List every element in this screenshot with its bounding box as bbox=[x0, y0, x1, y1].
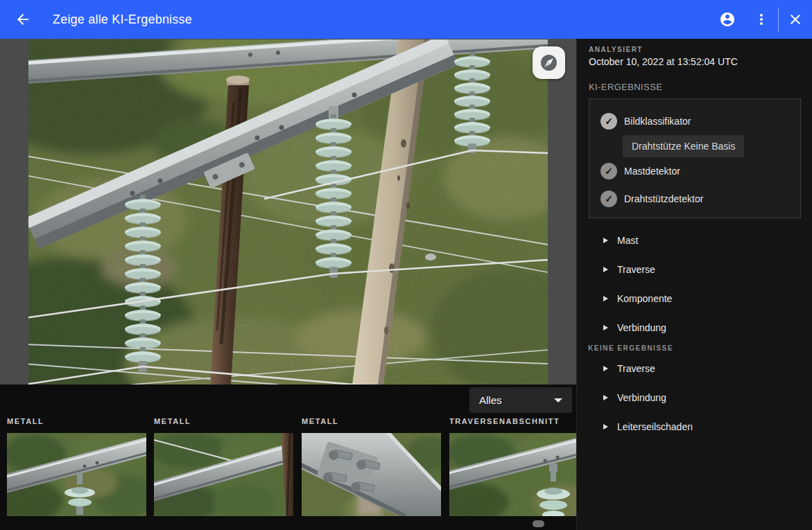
detector-row-mastdetektor: ✓ Mastdetektor bbox=[601, 163, 680, 179]
check-icon: ✓ bbox=[601, 113, 617, 130]
back-arrow-icon[interactable] bbox=[15, 11, 31, 28]
ki-results-header: KI-ERGEBNISSE bbox=[589, 82, 662, 92]
detector-label: Drahtstützdetektor bbox=[624, 193, 703, 204]
result-group-mast[interactable]: Mast bbox=[603, 233, 638, 247]
detector-label: Bildklassifikator bbox=[624, 116, 691, 127]
classification-chip[interactable]: Drahtstütze Keine Basis bbox=[623, 135, 744, 157]
analyzed-timestamp: October 10, 2022 at 13:52:04 UTC bbox=[589, 56, 738, 67]
expand-arrow-icon bbox=[603, 267, 608, 272]
expand-arrow-icon bbox=[603, 296, 608, 301]
detection-crop-image[interactable] bbox=[302, 433, 441, 516]
no-result-group-verbindung[interactable]: Verbindung bbox=[603, 391, 666, 405]
close-icon[interactable] bbox=[787, 11, 804, 28]
account-icon[interactable] bbox=[719, 11, 736, 28]
thumbnail-scrollbar[interactable] bbox=[533, 520, 544, 527]
more-options-icon[interactable] bbox=[753, 11, 770, 28]
expand-arrow-icon bbox=[603, 238, 608, 243]
top-app-bar: Zeige alle KI-Ergebnisse bbox=[0, 0, 812, 39]
detection-label: TRAVERSENABSCHNITT bbox=[449, 417, 576, 433]
result-group-verbindung[interactable]: Verbindung bbox=[603, 321, 666, 335]
check-icon: ✓ bbox=[601, 191, 617, 207]
result-group-komponente[interactable]: Komponente bbox=[603, 292, 672, 306]
detection-thumbnail: TRAVERSENABSCHNITT bbox=[449, 417, 576, 516]
filter-dropdown[interactable]: Alles bbox=[469, 387, 572, 413]
check-icon: ✓ bbox=[601, 163, 617, 179]
analyzed-header: ANALYSIERT bbox=[589, 46, 643, 53]
detection-thumbnail: METALL bbox=[7, 417, 146, 516]
detection-label: METALL bbox=[302, 417, 441, 433]
expand-arrow-icon bbox=[603, 395, 608, 400]
page-title: Zeige alle KI-Ergebnisse bbox=[53, 0, 192, 39]
detection-crop-image[interactable] bbox=[7, 433, 146, 516]
caret-down-icon bbox=[554, 398, 562, 403]
no-results-header: KEINE ERGEBNISSE bbox=[588, 344, 673, 352]
expand-arrow-icon bbox=[603, 366, 608, 371]
detector-label: Mastdetektor bbox=[624, 166, 680, 177]
detector-row-bildklassifikator: ✓ Bildklassifikator bbox=[601, 113, 691, 130]
ai-results-panel: ANALYSIERT October 10, 2022 at 13:52:04 … bbox=[576, 39, 812, 530]
toolbar-divider bbox=[778, 8, 779, 31]
detection-label: METALL bbox=[154, 417, 293, 433]
filter-selected-value: Alles bbox=[479, 394, 554, 406]
detector-status-card: ✓ Bildklassifikator Drahtstütze Keine Ba… bbox=[589, 98, 801, 218]
detection-thumbnail: METALL bbox=[154, 417, 293, 516]
detection-crop-image[interactable] bbox=[154, 433, 293, 516]
expand-arrow-icon bbox=[603, 325, 608, 330]
detection-label: METALL bbox=[7, 417, 146, 433]
expand-arrow-icon bbox=[603, 424, 608, 430]
result-group-traverse[interactable]: Traverse bbox=[603, 263, 655, 276]
no-result-group-leiterseilschaden[interactable]: Leiterseilschaden bbox=[603, 420, 693, 434]
compass-button[interactable] bbox=[533, 46, 565, 79]
detector-row-drahtstuetzdetektor: ✓ Drahtstützdetektor bbox=[601, 191, 703, 207]
no-result-group-traverse[interactable]: Traverse bbox=[603, 362, 655, 376]
detection-crop-image[interactable] bbox=[449, 433, 576, 516]
inspection-photo[interactable] bbox=[28, 39, 548, 385]
detections-panel: Alles METALL bbox=[0, 385, 576, 530]
detection-thumbnail: METALL bbox=[302, 417, 441, 516]
compass-icon bbox=[539, 53, 558, 72]
image-viewer: Alles METALL bbox=[0, 39, 576, 530]
